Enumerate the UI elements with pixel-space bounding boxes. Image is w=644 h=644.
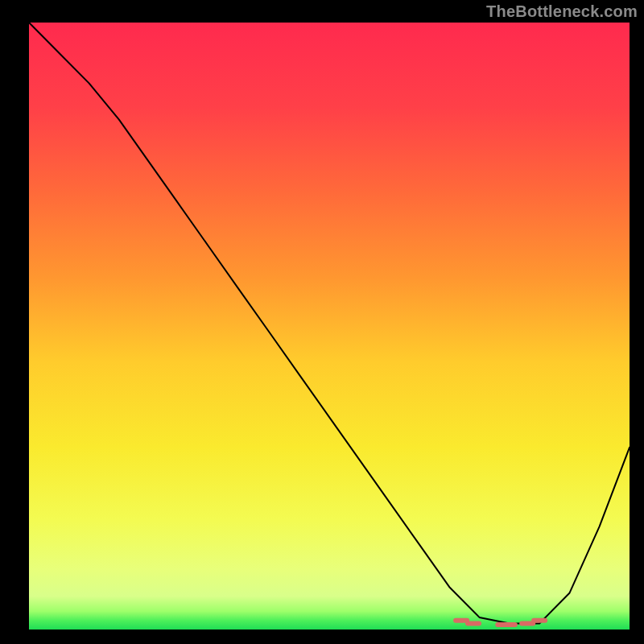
plot-bg [29,23,630,630]
watermark-text: TheBottleneck.com [486,2,638,21]
plateau-marker [502,622,518,627]
chart-container: TheBottleneck.com [0,0,644,644]
plot-area [29,23,630,630]
plateau-marker [465,621,481,626]
plot-svg [0,0,644,644]
plateau-marker [531,618,547,623]
